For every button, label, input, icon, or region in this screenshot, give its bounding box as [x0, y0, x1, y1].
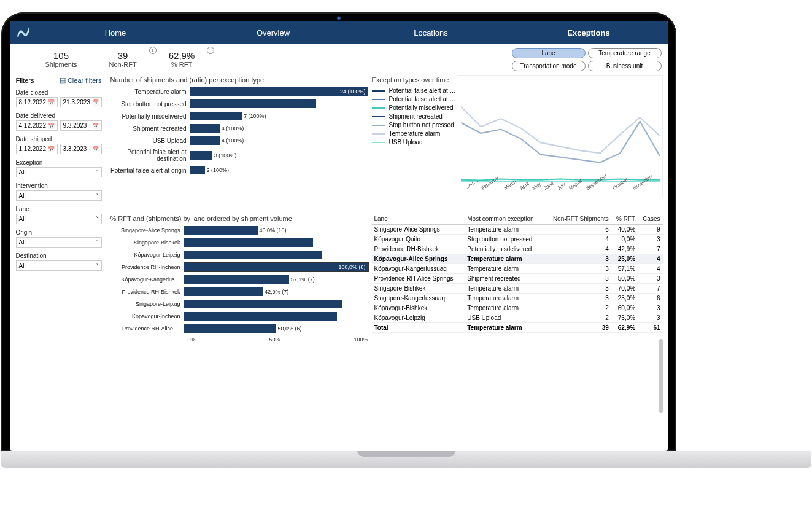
table-header[interactable]: Most common exception [465, 214, 544, 225]
chart1-bar[interactable]: USB Upload 4 (100%) [110, 136, 368, 145]
pill-business-unit[interactable]: Business unit [588, 61, 662, 71]
table-row[interactable]: Providence RH-BishkekPotentially misdeli… [372, 244, 663, 254]
table-header[interactable]: Non-RFT Shipments [544, 214, 611, 225]
table-cell: Providence RH-Bishkek [372, 244, 465, 254]
chart3-bar[interactable]: Kópavogur-Leipzig 75,0% (8) [110, 251, 368, 259]
chart1-bar[interactable]: Potential false alert at origin 2 (100%) [110, 166, 368, 174]
chart3-bar[interactable]: Kópavogur-Kangerlus… 57,1% (7) [110, 275, 368, 284]
bar-category: Providence RH-Alice … [110, 326, 184, 332]
chart3-bar[interactable]: Providence RH-Incheon 100,0% (8) [110, 263, 368, 271]
chart3-title: % RFT and (shipments) by lane ordered by… [110, 215, 368, 222]
bar-value-label: 42,9% (7) [265, 287, 288, 296]
bar-category: Providence RH-Bishkek [110, 289, 184, 295]
table-cell: 7 [638, 284, 662, 294]
table-cell: Singapore-Bishkek [372, 284, 465, 294]
chart3-bar[interactable]: Providence RH-Bishkek 42,9% (7) [110, 287, 368, 296]
chart3-bar[interactable]: Singapore-Leipzig 85,7% (7) [110, 300, 368, 308]
table-row[interactable]: Providence RH-Alice SpringsShipment recr… [372, 274, 663, 284]
legend-item[interactable]: Potential false alert at … [372, 87, 458, 94]
chart3-bar[interactable]: Singapore-Bishkek 70,0% (10) [110, 238, 368, 247]
legend-item[interactable]: Potential false alert at … [372, 96, 458, 103]
table-cell: 3 [544, 264, 611, 274]
chevron-down-icon [96, 239, 99, 246]
table-cell: USB Upload [465, 313, 544, 323]
table-row[interactable]: Singapore-Alice SpringsTemperature alarm… [372, 225, 663, 235]
select-intervention[interactable]: All [16, 190, 102, 201]
date-delivered-from[interactable]: 4.12.2022 [16, 120, 58, 131]
chart1-bar[interactable]: Potential false alert at destination 3 (… [110, 149, 368, 162]
chart1-bar[interactable]: Potentially misdelivered 7 (100%) [110, 112, 368, 120]
table-row[interactable]: Kópavogur-KangerlussuaqTemperature alarm… [372, 264, 663, 274]
nav-overview[interactable]: Overview [195, 28, 352, 37]
pill-lane[interactable]: Lane [512, 48, 586, 58]
select-destination[interactable]: All [16, 260, 102, 271]
table-row[interactable]: Kópavogur-LeipzigUSB Upload275,0%3 [372, 313, 663, 323]
axis-tick: 50% [269, 337, 280, 343]
bar-category: Kópavogur-Incheon [110, 313, 184, 319]
select-lane[interactable]: All [16, 214, 102, 224]
date-closed-to[interactable]: 21.3.2023 [60, 97, 102, 107]
pill-temperature-range[interactable]: Temperature range [588, 48, 662, 58]
calendar-icon [48, 122, 55, 129]
select-origin[interactable]: All [16, 237, 102, 248]
chart1-bar[interactable]: Stop button not pressed 17 (100%) [110, 99, 368, 108]
pill-transportation-mode[interactable]: Transportation mode [512, 61, 586, 71]
bar-value-label: 50,0% (6) [278, 324, 302, 333]
nav-exceptions[interactable]: Exceptions [510, 28, 668, 37]
table-row[interactable]: Kópavogur-BishkekTemperature alarm260,0%… [372, 303, 663, 313]
table-cell: 3 [638, 274, 662, 284]
legend-item[interactable]: Shipment recreated [372, 113, 458, 120]
chart1-bar[interactable]: Temperature alarm 24 (100%) [110, 87, 368, 96]
label-lane: Lane [16, 206, 102, 213]
legend-item[interactable]: Stop button not pressed [372, 122, 458, 128]
info-icon[interactable]: i [149, 47, 157, 54]
chart3-bar[interactable]: Kópavogur-Incheon 83,3% (6) [110, 312, 368, 321]
nav-locations[interactable]: Locations [352, 28, 510, 37]
table-cell: Kópavogur-Leipzig [372, 313, 465, 323]
date-closed-from[interactable]: 8.12.2022 [16, 97, 58, 107]
table-cell: Temperature alarm [465, 264, 544, 274]
table-cell: 4 [638, 254, 662, 264]
date-shipped-from[interactable]: 1.12.2022 [16, 144, 58, 154]
table-row[interactable]: Singapore-BishkekTemperature alarm370,0%… [372, 284, 663, 294]
chart3-bar[interactable]: Providence RH-Alice … 50,0% (6) [110, 324, 368, 333]
date-shipped-to[interactable]: 3.3.2023 [60, 144, 102, 154]
info-icon[interactable]: i [207, 47, 214, 54]
table-cell: Kópavogur-Kangerlussuaq [372, 264, 465, 274]
chart3-bar[interactable]: Singapore-Alice Springs 40,0% (10) [110, 226, 368, 235]
chart1-bar[interactable]: Shipment recreated 4 (100%) [110, 124, 368, 133]
table-header[interactable]: Lane [372, 214, 465, 225]
bar-category: Providence RH-Incheon [110, 264, 184, 270]
bar-value-label: 7 (100%) [244, 112, 266, 120]
table-cell: 0,0% [611, 235, 638, 244]
chart2-title: Exception types over time [372, 76, 458, 84]
table-row[interactable]: Singapore-KangerlussuaqTemperature alarm… [372, 294, 663, 303]
table-cell: Stop button not pressed [465, 235, 544, 244]
table-cell: 4 [544, 244, 611, 254]
segment-buttons: Lane Temperature range Transportation mo… [512, 48, 662, 71]
bar-category: Stop button not pressed [110, 101, 190, 107]
table-row[interactable]: Kópavogur-QuitoStop button not pressed40… [372, 235, 663, 244]
table-cell: 75,0% [611, 313, 638, 323]
table-row[interactable]: Kópavogur-Alice SpringsTemperature alarm… [372, 254, 663, 264]
legend-label: USB Upload [389, 139, 423, 146]
date-delivered-to[interactable]: 9.3.2023 [60, 120, 102, 131]
chevron-down-icon [96, 216, 99, 222]
legend-item[interactable]: Temperature alarm [372, 130, 458, 137]
legend-item[interactable]: USB Upload [372, 139, 458, 146]
table-cell: 3 [638, 235, 662, 244]
table-scrollbar[interactable] [659, 339, 663, 413]
table-cell: 3 [638, 313, 662, 323]
legend-item[interactable]: Potentially misdelivered [372, 104, 458, 111]
eraser-icon: ▤ [60, 76, 66, 84]
table-cell: 6 [544, 225, 611, 235]
bar-category: Potentially misdelivered [110, 113, 190, 120]
table-cell: 40,0% [611, 225, 638, 235]
select-exception[interactable]: All [16, 167, 102, 177]
nav-home[interactable]: Home [37, 28, 195, 37]
table-header[interactable]: % RFT [611, 214, 638, 225]
table-header[interactable]: Cases [638, 214, 662, 225]
clear-filters-button[interactable]: ▤ Clear filters [60, 76, 102, 84]
legend-swatch [372, 90, 385, 92]
bar-category: Temperature alarm [110, 88, 190, 95]
